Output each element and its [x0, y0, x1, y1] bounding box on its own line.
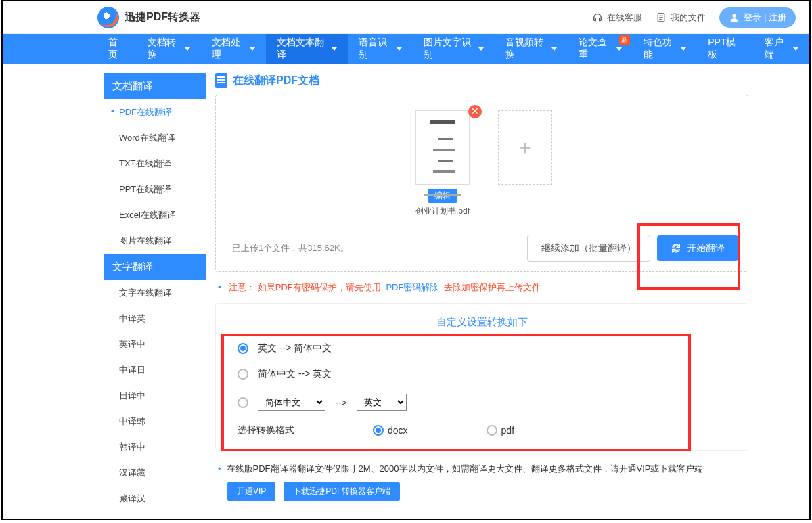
page-title: 在线翻译PDF文档	[215, 73, 748, 88]
sidebar-item[interactable]: 中译韩	[104, 409, 206, 434]
start-translate-label: 开始翻译	[687, 242, 725, 254]
sidebar-item[interactable]: 藏译汉	[104, 486, 206, 511]
pdf-password-link[interactable]: PDF密码解除	[386, 282, 438, 292]
main-panel: 在线翻译PDF文档 ✕ 编辑 创业计划书.pdf	[215, 73, 748, 520]
chevron-down-icon	[250, 47, 255, 51]
sidebar-item-image-translate[interactable]: 图片在线翻译	[104, 228, 206, 254]
nav-ppt[interactable]: PPT模板	[697, 34, 753, 64]
chevron-down-icon	[793, 47, 798, 51]
header-support-label: 在线客服	[607, 12, 642, 24]
edit-file-button[interactable]: 编辑	[428, 189, 457, 203]
upload-status-text: 已上传1个文件，共315.62K。	[225, 242, 527, 254]
plus-icon: ＋	[516, 135, 535, 160]
open-vip-button[interactable]: 开通VIP	[227, 482, 275, 501]
uploaded-file-card: ✕ 编辑 创业计划书.pdf	[411, 110, 474, 217]
nav-home[interactable]: 首页	[97, 34, 137, 64]
login-label: 登录 | 注册	[744, 12, 786, 24]
sidebar-item-excel-translate[interactable]: Excel在线翻译	[104, 202, 206, 228]
nav-translate[interactable]: 文档文本翻译	[266, 34, 348, 64]
header-myfiles[interactable]: 我的文件	[656, 12, 706, 24]
main-nav: 首页 文档转换 文档处理 文档文本翻译 语音识别 图片文字识别 音视频转换 论文…	[3, 34, 809, 64]
radio-selected-icon	[238, 343, 248, 354]
settings-card: 自定义设置转换如下 英文 --> 简体中文 简体中文 --> 英文 简体中文 -…	[215, 303, 748, 451]
nav-ocr[interactable]: 图片文字识别	[413, 34, 495, 64]
radio-unselected-icon	[487, 425, 497, 436]
chevron-down-icon	[551, 47, 557, 51]
from-language-select[interactable]: 简体中文	[258, 394, 325, 411]
chevron-down-icon	[397, 47, 402, 51]
svg-point-1	[733, 14, 736, 17]
lang-option-custom[interactable]: 简体中文 --> 英文	[232, 387, 731, 417]
brand-block[interactable]: 迅捷PDF转换器	[97, 7, 200, 28]
radio-selected-icon	[373, 425, 384, 436]
nav-features[interactable]: 特色功能	[633, 34, 697, 64]
headset-icon	[592, 12, 603, 23]
refresh-icon	[671, 243, 681, 254]
password-notice: • 注意： 如果PDF有密码保护，请先使用 PDF密码解除 去除加密保护再上传文…	[218, 281, 748, 294]
new-badge: 新	[619, 35, 630, 45]
sidebar-group2-title: 文字翻译	[104, 254, 206, 280]
sidebar-group1-title: 文档翻译	[104, 73, 206, 99]
sidebar-item[interactable]: 文字在线翻译	[104, 280, 206, 306]
nav-client[interactable]: 客户端	[754, 34, 809, 64]
radio-unselected-icon	[238, 397, 248, 408]
add-file-card[interactable]: ＋	[498, 110, 552, 185]
document-icon	[215, 73, 227, 88]
settings-title: 自定义设置转换如下	[232, 316, 731, 329]
start-translate-button[interactable]: 开始翻译	[657, 235, 738, 261]
login-button[interactable]: 登录 | 注册	[719, 7, 796, 28]
sidebar-item[interactable]: 日译中	[104, 383, 206, 409]
sidebar-item[interactable]: 英译中	[104, 332, 206, 357]
file-name-label: 创业计划书.pdf	[411, 206, 474, 217]
lang-option-en-zh[interactable]: 英文 --> 简体中文	[232, 336, 731, 361]
nav-process[interactable]: 文档处理	[201, 34, 265, 64]
sidebar: 文档翻译 PDF在线翻译 Word在线翻译 TXT在线翻译 PPT在线翻译 Ex…	[104, 73, 206, 520]
header-support[interactable]: 在线客服	[592, 12, 642, 24]
format-docx-option[interactable]: docx	[373, 425, 408, 436]
chevron-down-icon	[332, 47, 337, 51]
chevron-down-icon	[478, 47, 484, 51]
sidebar-item-txt-translate[interactable]: TXT在线翻译	[104, 151, 206, 177]
brand-text: 迅捷PDF转换器	[125, 10, 200, 24]
user-icon	[729, 12, 740, 23]
download-client-button[interactable]: 下载迅捷PDF转换器客户端	[284, 482, 400, 501]
nav-plagiarism[interactable]: 论文查重新	[568, 34, 632, 64]
limit-notice: •在线版PDF翻译器翻译文件仅限于2M、2000字以内文件，如需翻译更大文件、翻…	[218, 463, 748, 475]
upload-zone: ✕ 编辑 创业计划书.pdf ＋ 已上传1个文件，共315.62K。 继续添加（…	[215, 95, 748, 272]
sidebar-item[interactable]: 汉译藏	[104, 460, 206, 486]
sidebar-item-ppt-translate[interactable]: PPT在线翻译	[104, 177, 206, 202]
to-language-select[interactable]: 英文	[357, 394, 407, 411]
sidebar-item-word-translate[interactable]: Word在线翻译	[104, 125, 206, 151]
chevron-down-icon	[185, 47, 190, 51]
header-myfiles-label: 我的文件	[671, 12, 706, 24]
chevron-down-icon	[616, 47, 622, 51]
sidebar-item[interactable]: 韩译中	[104, 434, 206, 460]
sidebar-item-pdf-translate[interactable]: PDF在线翻译	[104, 99, 206, 125]
format-pdf-option[interactable]: pdf	[487, 425, 514, 436]
add-more-button[interactable]: 继续添加（批量翻译）	[527, 235, 650, 262]
file-thumbnail[interactable]	[415, 110, 470, 185]
sidebar-item[interactable]: 中译英	[104, 306, 206, 332]
sidebar-item[interactable]: 繁体字转换	[104, 511, 206, 520]
delete-file-icon[interactable]: ✕	[468, 105, 482, 118]
file-icon	[656, 12, 667, 23]
nav-convert[interactable]: 文档转换	[137, 34, 201, 64]
lang-option-zh-en[interactable]: 简体中文 --> 英文	[232, 361, 731, 387]
chevron-down-icon	[681, 47, 686, 51]
logo-icon	[97, 7, 119, 28]
format-label: 选择转换格式	[238, 424, 294, 436]
radio-unselected-icon	[238, 369, 248, 380]
nav-media[interactable]: 音视频转换	[495, 34, 568, 64]
app-header: 迅捷PDF转换器 在线客服 我的文件 登录 | 注册	[3, 1, 809, 34]
nav-voice[interactable]: 语音识别	[348, 34, 412, 64]
sidebar-item[interactable]: 中译日	[104, 357, 206, 383]
